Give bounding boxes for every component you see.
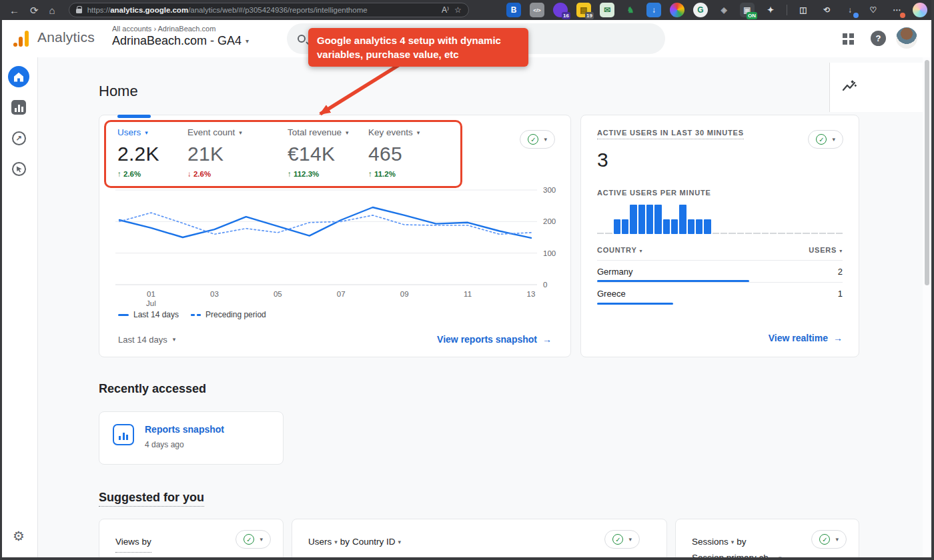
active-users-value: 3 <box>597 149 843 171</box>
account-breadcrumb[interactable]: All accounts › AdrinaBeach.com <box>112 25 249 33</box>
card-status-pill[interactable]: ✓ ▾ <box>236 530 271 549</box>
history-button[interactable]: ⟲ <box>819 3 834 17</box>
help-icon[interactable]: ? <box>871 31 886 46</box>
metrics-row: Users▾ 2.2K ↑ 2.6% Event count▾ 21K ↓ 2.… <box>110 127 560 178</box>
date-range-select[interactable]: Last 14 days▾ <box>118 335 175 345</box>
metric-value: 2.2K <box>117 143 187 165</box>
minute-bar <box>638 205 645 234</box>
shield-extension-icon[interactable]: ◈ <box>717 3 731 17</box>
minute-bar-empty <box>713 233 719 234</box>
extension-badge: 16 <box>562 12 570 19</box>
breadcrumb-root[interactable]: All accounts <box>112 25 151 33</box>
url-path: /analytics/web/#/p305424936/reports/inte… <box>188 6 368 14</box>
country-column-header[interactable]: COUNTRY▾ <box>597 246 642 254</box>
card-status-pill[interactable]: ✓ ▾ <box>604 530 640 549</box>
mail-extension-icon[interactable]: ✉ <box>600 3 614 17</box>
svg-text:09: 09 <box>400 290 409 298</box>
browser-essentials-button[interactable]: ♡ <box>866 3 881 17</box>
code-extension-icon[interactable]: </> <box>530 3 544 17</box>
active-users-per-minute-bar-chart <box>597 203 843 234</box>
window-edge <box>0 20 2 560</box>
reload-icon[interactable]: ⟳ <box>30 5 39 15</box>
left-navigation: ↗ ⚙ <box>0 57 38 560</box>
downloads-button[interactable]: ↓ <box>843 3 857 17</box>
home-icon <box>8 66 29 87</box>
metric-total-revenue[interactable]: Total revenue▾ €14K ↑ 112.3% <box>288 127 368 178</box>
recent-item-reports-snapshot[interactable]: Reports snapshot 4 days ago <box>99 411 284 465</box>
suggested-card-sessions[interactable]: Sessions▾ by Session primary ch...▾ ✓ ▾ <box>675 519 859 560</box>
recorder-extension-icon[interactable]: ▣ON <box>740 3 755 17</box>
arrow-right-icon: → <box>542 334 552 345</box>
extension-badge: ON <box>747 12 757 19</box>
scrollbar-track[interactable] <box>923 57 931 557</box>
pinwheel-extension-icon[interactable] <box>670 3 684 17</box>
scrollbar-thumb[interactable] <box>925 60 929 285</box>
split-screen-button[interactable]: ◫ <box>796 3 811 17</box>
url-text[interactable]: https://analytics.google.com/analytics/w… <box>87 6 436 14</box>
minute-bar-empty <box>778 233 785 234</box>
card-status-pill[interactable]: ✓ ▾ <box>811 530 847 549</box>
card-status-pill[interactable]: ✓ ▾ <box>520 130 555 149</box>
table-row: Greece1 <box>597 283 843 305</box>
search-icon <box>298 35 306 43</box>
users-column-header[interactable]: USERS▾ <box>809 246 843 254</box>
recent-item-title[interactable]: Reports snapshot <box>145 424 224 435</box>
chevron-down-icon: ▾ <box>239 129 242 136</box>
copilot-button[interactable] <box>913 3 927 17</box>
chevron-down-icon: ▾ <box>832 136 835 143</box>
minute-bar <box>671 219 678 234</box>
country-bar-track <box>597 302 843 305</box>
more-button[interactable]: ⋯ <box>889 3 904 17</box>
sidebar-item-explore[interactable]: ↗ <box>7 127 30 149</box>
card-status-pill[interactable]: ✓ ▾ <box>808 130 843 149</box>
purple-extension-icon[interactable]: 16 <box>553 3 568 17</box>
property-selector[interactable]: AdrinaBeach.com - GA4 ▾ <box>112 34 249 48</box>
chevron-down-icon: ▾ <box>145 129 148 136</box>
sidebar-item-home[interactable] <box>7 65 30 88</box>
back-icon[interactable]: ← <box>9 5 19 15</box>
home-overview-card: Users▾ 2.2K ↑ 2.6% Event count▾ 21K ↓ 2.… <box>99 115 571 357</box>
metric-event-count[interactable]: Event count▾ 21K ↓ 2.6% <box>187 127 288 178</box>
address-bar[interactable]: https://analytics.google.com/analytics/w… <box>69 3 469 17</box>
breadcrumb-current[interactable]: AdrinaBeach.com <box>158 25 216 33</box>
sidebar-item-reports[interactable] <box>7 96 30 119</box>
svg-text:03: 03 <box>210 290 219 298</box>
minute-bar <box>679 205 686 234</box>
metric-users[interactable]: Users▾ 2.2K ↑ 2.6% <box>117 127 187 178</box>
chevron-down-icon: ▾ <box>260 536 263 543</box>
suggested-card-views[interactable]: Views by Page title and scree... ✓ ▾ <box>99 519 284 560</box>
grammarly-extension-icon[interactable]: G <box>693 3 708 17</box>
favorite-star-icon[interactable]: ☆ <box>454 5 462 15</box>
insights-sparkline-icon[interactable] <box>842 80 857 94</box>
metric-select[interactable]: Sessions <box>692 534 729 550</box>
overview-card-footer: Last 14 days▾ View reports snapshot→ <box>110 334 560 347</box>
svg-text:11: 11 <box>464 290 472 298</box>
check-circle-icon: ✓ <box>819 534 830 545</box>
puzzle-extension-icon[interactable]: ✦ <box>763 3 778 17</box>
admin-gear-icon[interactable]: ⚙ <box>13 528 25 544</box>
sidebar-item-advertising[interactable] <box>7 157 30 180</box>
minute-bar-empty <box>770 233 777 234</box>
mascot-extension-icon[interactable]: ♞ <box>623 3 638 17</box>
product-name: Analytics <box>37 29 95 45</box>
notification-dot-icon <box>900 13 905 18</box>
minute-bar-empty <box>737 233 744 234</box>
browser-home-icon[interactable]: ⌂ <box>49 5 55 15</box>
sticky-note-extension-icon[interactable]: ▤19 <box>576 3 591 17</box>
page-title: Home <box>99 83 138 100</box>
b-extension-icon[interactable]: B <box>506 3 521 17</box>
view-reports-snapshot-link[interactable]: View reports snapshot→ <box>437 334 552 345</box>
apps-grid-icon[interactable] <box>843 33 854 45</box>
minute-bar-empty <box>811 233 818 234</box>
avatar[interactable] <box>896 27 917 49</box>
suggested-card-users-by-country[interactable]: Users▾ by Country ID▾ ✓ ▾ <box>292 519 667 560</box>
active-tab-indicator <box>117 115 151 118</box>
dimension-select[interactable]: Country ID <box>352 534 396 550</box>
download-manager-extension-icon[interactable]: ↓ <box>646 3 661 17</box>
window-edge <box>931 0 934 560</box>
read-aloud-icon[interactable]: A⁾ <box>442 5 449 15</box>
view-realtime-link[interactable]: View realtime→ <box>769 333 843 343</box>
metric-key-events[interactable]: Key events▾ 465 ↑ 11.2% <box>368 127 455 178</box>
metric-select[interactable]: Users <box>308 534 332 550</box>
minute-bar <box>696 219 703 234</box>
